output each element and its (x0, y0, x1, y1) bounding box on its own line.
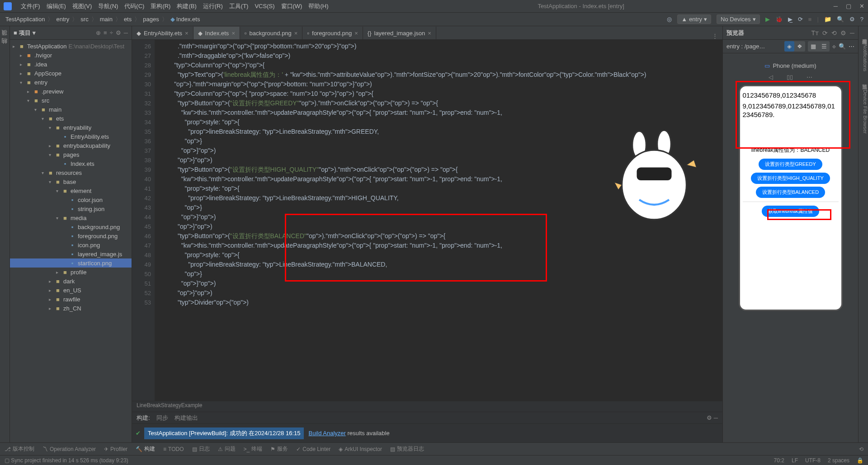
view-single-icon[interactable]: ◈ (784, 41, 794, 52)
text-icon[interactable]: Tᴛ (811, 29, 819, 37)
coverage-icon[interactable]: ▶̲ (788, 16, 793, 23)
rightstrip-1[interactable]: Notifications (859, 44, 868, 71)
tree-item-pages[interactable]: ▾■pages (10, 150, 132, 159)
bottom-build[interactable]: 🔨 构建 (136, 445, 155, 453)
status-indent[interactable]: 2 spaces (828, 457, 849, 464)
menu-code[interactable]: 代码(C) (124, 2, 144, 10)
locate-icon[interactable]: ⊕ (96, 29, 101, 36)
target-icon[interactable]: ◎ (667, 16, 672, 23)
tree-item-icon-png[interactable]: ▪icon.png (10, 240, 132, 249)
tree-item-color-json[interactable]: ▪color.json (10, 195, 132, 204)
tree-item-entryability[interactable]: ▾■entryability (10, 123, 132, 132)
tree-item-dark[interactable]: ▸■dark (10, 277, 132, 286)
tree-item-background-png[interactable]: ▪background.png (10, 222, 132, 231)
tree-item-resources[interactable]: ▾■resources (10, 168, 132, 177)
rightstrip-3[interactable]: Device File Browser (859, 89, 868, 134)
layout-list-icon[interactable]: ☰ (819, 41, 830, 52)
tree-item-element[interactable]: ▾■element (10, 186, 132, 195)
tree-item-appscope[interactable]: ▸■AppScope (10, 69, 132, 78)
phone-btn-highquality[interactable]: 设置折行类型HIGH_QUALITY (751, 173, 830, 184)
bottom-vcs[interactable]: ⎇ 版本控制 (5, 445, 34, 453)
menu-file[interactable]: 文件(F) (21, 2, 40, 10)
minimize-button[interactable]: ─ (834, 3, 838, 9)
bottom-arkui[interactable]: ◈ ArkUI Inspector (339, 446, 382, 452)
stop-icon[interactable]: ■ (808, 16, 812, 23)
phone-btn-greedy[interactable]: 设置折行类型GREEDY (759, 159, 822, 170)
menu-help[interactable]: 帮助(H) (308, 2, 328, 10)
debug-icon[interactable]: 🐞 (775, 16, 783, 23)
tab-background[interactable]: ▫ background.png × (240, 27, 302, 39)
tree-item-layered_image-js[interactable]: ▪layered_image.js (10, 249, 132, 258)
status-encoding[interactable]: UTF-8 (805, 457, 821, 464)
maximize-button[interactable]: ▢ (846, 3, 851, 9)
bottom-profiler[interactable]: ✈ Profiler (104, 446, 127, 452)
build-tab-build[interactable]: 构建: (137, 414, 150, 422)
bottom-sync-icon[interactable]: ⟲ (859, 446, 863, 452)
phone-btn-balanced[interactable]: 设置折行类型BALANCED (756, 187, 825, 198)
hide-panel-icon[interactable]: ─ (850, 29, 854, 37)
bracket-icon[interactable]: ⟐ (832, 43, 836, 50)
bottom-terminal[interactable]: >_ 终端 (244, 445, 263, 453)
crumb-1[interactable]: entry (55, 16, 70, 23)
settings-icon[interactable]: ⚙ (849, 16, 855, 23)
menu-refactor[interactable]: 重构(R) (151, 2, 170, 10)
tree-item-zh_cn[interactable]: ▸■zh_CN (10, 304, 132, 313)
bottom-linter[interactable]: ✓ Code Linter (296, 446, 330, 452)
tab-layered[interactable]: {} layered_image.json × (363, 27, 436, 39)
tree-item--preview[interactable]: ▸■.preview (10, 87, 132, 96)
tree-item--idea[interactable]: ▸■.idea (10, 60, 132, 69)
help-icon[interactable]: ? (860, 16, 863, 23)
bottom-services[interactable]: ⚑ 服务 (270, 445, 288, 453)
status-lf[interactable]: LF (792, 457, 798, 464)
hide-icon[interactable]: ─ (124, 29, 128, 36)
bottom-log[interactable]: ▤ 日志 (192, 445, 210, 453)
tree-item-rawfile[interactable]: ▸■rawfile (10, 295, 132, 304)
tree-item-en_us[interactable]: ▸■en_US (10, 286, 132, 295)
crumb-6[interactable]: ◆Index.ets (170, 16, 201, 23)
view-multi-icon[interactable]: ❖ (794, 41, 805, 52)
menu-tools[interactable]: 工具(T) (229, 2, 249, 10)
nav-back-icon[interactable]: ◁ (769, 74, 773, 80)
code-breadcrumb[interactable]: LineBreakStrategyExample (132, 401, 722, 412)
search-icon[interactable]: 🔍 (837, 16, 844, 23)
menu-navigate[interactable]: 导航(N) (98, 2, 118, 10)
menu-edit[interactable]: 编辑(E) (47, 2, 66, 10)
build-tab-sync[interactable]: 同步 (156, 414, 168, 422)
layout-grid-icon[interactable]: ▦ (808, 41, 819, 52)
build-gear-icon[interactable]: ⚙ ─ (707, 414, 718, 421)
crumb-5[interactable]: pages (142, 16, 160, 23)
status-cursor[interactable]: 70:2 (774, 457, 784, 464)
run-icon[interactable]: ▶ (765, 16, 770, 23)
restart-icon[interactable]: ⟳ (798, 16, 803, 23)
tabs-more-icon[interactable]: ⋮ (708, 33, 722, 39)
tree-item-entry[interactable]: ▾■entry (10, 78, 132, 87)
tree-item-base[interactable]: ▾■base (10, 177, 132, 186)
nav-book-icon[interactable]: ▯▯ (787, 74, 793, 80)
build-analyzer-link[interactable]: Build Analyzer (308, 430, 345, 437)
bottom-previewlog[interactable]: ▤ 预览器日志 (390, 445, 424, 453)
phone-btn-get[interactable]: 获取linebreak属性值 (762, 206, 820, 217)
crumb-4[interactable]: ets (123, 16, 132, 23)
crumb-0[interactable]: TestApplication (5, 16, 46, 23)
crumb-2[interactable]: src (80, 16, 89, 23)
menu-build[interactable]: 构建(B) (177, 2, 196, 10)
tree-item-testapplication[interactable]: ▸■TestApplicationE:\nana\Desktop\Test (10, 42, 132, 51)
tree-item-starticon-png[interactable]: ▪startIcon.png (10, 258, 132, 268)
tree-item-main[interactable]: ▾■main (10, 105, 132, 114)
folder-icon[interactable]: 📁 (824, 16, 831, 23)
tree-item-ets[interactable]: ▾■ets (10, 114, 132, 123)
bottom-opanalyzer[interactable]: 〽 Operation Analyzer (42, 446, 96, 452)
build-tab-output[interactable]: 构建输出 (175, 414, 198, 422)
refresh-icon[interactable]: ⟳ (822, 29, 828, 37)
tree-item-entrybackupability[interactable]: ▸■entrybackupability (10, 141, 132, 150)
close-button[interactable]: ✕ (859, 3, 864, 9)
tree-item-src[interactable]: ▾■src (10, 96, 132, 105)
tree-item-media[interactable]: ▾■media (10, 213, 132, 222)
orientation-icon[interactable]: ⟲ (831, 29, 837, 37)
collapse-icon[interactable]: ÷ (110, 29, 113, 36)
menu-view[interactable]: 视图(V) (72, 2, 92, 10)
tree-item--hvigor[interactable]: ▸■.hvigor (10, 51, 132, 60)
nav-more-icon[interactable]: ⋯ (807, 74, 812, 80)
status-lock-icon[interactable]: 🔒 (857, 457, 863, 464)
bottom-problems[interactable]: ⚠ 问题 (218, 445, 236, 453)
